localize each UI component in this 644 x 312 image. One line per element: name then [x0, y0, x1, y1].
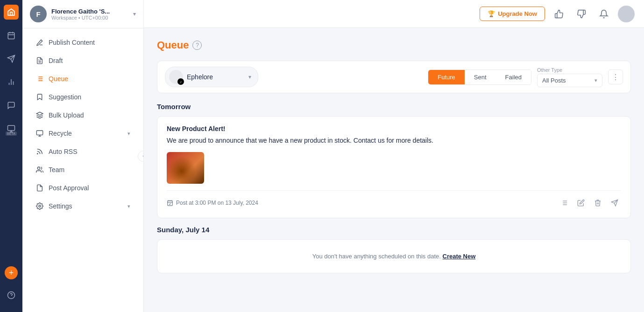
- type-selector[interactable]: All Posts ▾: [537, 74, 602, 87]
- sidebar-item-draft[interactable]: Draft: [26, 52, 140, 69]
- other-type-wrap: Other Type All Posts ▾: [537, 67, 602, 87]
- svg-point-21: [37, 153, 38, 154]
- post-heading: New Product Alert!: [167, 125, 621, 132]
- auto-rss-label: Auto RSS: [49, 148, 77, 155]
- post-approval-icon: [35, 184, 44, 192]
- svg-point-22: [37, 167, 40, 169]
- publish-content-label: Publish Content: [49, 39, 95, 46]
- workspace-selector[interactable]: F Florence Gaitho 'S... Workspace • UTC+…: [22, 0, 143, 28]
- sidebar-item-recycle[interactable]: Recycle ▾: [26, 125, 140, 142]
- post-send-button[interactable]: [608, 196, 621, 209]
- icon-bar: BETA +: [0, 0, 22, 312]
- content-area: Queue ? ♪ Ephelore ▾ Future Sent Failed: [144, 28, 644, 312]
- sidebar-item-post-approval[interactable]: Post Approval: [26, 179, 140, 197]
- sidebar-item-auto-rss[interactable]: Auto RSS: [26, 143, 140, 160]
- calendar-check-icon: [167, 200, 173, 206]
- post-approval-label: Post Approval: [49, 184, 89, 192]
- future-tab[interactable]: Future: [428, 70, 465, 84]
- suggestion-label: Suggestion: [49, 93, 81, 101]
- recycle-icon: [35, 129, 44, 138]
- settings-chevron-icon: ▾: [127, 203, 130, 209]
- upgrade-button[interactable]: 🏆 Upgrade Now: [480, 7, 545, 21]
- workspace-chevron-icon: ▾: [133, 11, 136, 17]
- topbar: 🏆 Upgrade Now: [144, 0, 644, 28]
- sidebar-item-bulk-upload[interactable]: Bulk Upload: [26, 106, 140, 124]
- thumbs-down-icon[interactable]: [573, 6, 590, 22]
- post-schedule-time: Post at 3:00 PM on 13 July, 2024: [167, 200, 258, 206]
- sent-tab[interactable]: Sent: [465, 70, 496, 84]
- failed-tab[interactable]: Failed: [496, 70, 531, 84]
- svg-rect-0: [8, 33, 14, 39]
- account-selector[interactable]: ♪ Ephelore ▾: [165, 67, 258, 87]
- other-type-label: Other Type: [537, 67, 602, 73]
- create-new-link[interactable]: Create New: [443, 253, 476, 260]
- post-body: We are proud to announce that we have a …: [167, 135, 621, 146]
- queue-label: Queue: [49, 75, 68, 83]
- thumbs-up-icon[interactable]: [551, 6, 567, 22]
- upgrade-icon: 🏆: [488, 10, 495, 17]
- sunday-section-label: Sunday, July 14: [157, 226, 631, 234]
- analytics-icon[interactable]: [4, 75, 19, 90]
- account-name: Ephelore: [187, 73, 245, 81]
- chat-icon[interactable]: [4, 98, 19, 113]
- sidebar-item-team[interactable]: Team: [26, 161, 140, 179]
- bulk-upload-icon: [35, 111, 44, 119]
- sidebar-item-settings[interactable]: Settings ▾: [26, 197, 140, 215]
- schedule-time-text: Post at 3:00 PM on 13 July, 2024: [176, 200, 258, 206]
- svg-point-23: [39, 205, 41, 207]
- draft-icon: [35, 56, 44, 65]
- sidebar-item-publish-content[interactable]: Publish Content: [26, 34, 140, 51]
- post-edit-button[interactable]: [574, 196, 587, 209]
- team-label: Team: [49, 166, 64, 173]
- filter-bar: ♪ Ephelore ▾ Future Sent Failed Other Ty…: [157, 61, 631, 93]
- post-image: [167, 152, 204, 184]
- account-avatar-wrap: ♪: [169, 70, 183, 84]
- queue-icon: [35, 75, 44, 83]
- page-title: Queue: [157, 39, 189, 51]
- more-options-button[interactable]: ⋮: [608, 69, 623, 84]
- team-icon: [35, 166, 44, 174]
- svg-rect-24: [168, 201, 173, 206]
- account-selector-chevron-icon: ▾: [248, 74, 251, 80]
- draft-label: Draft: [49, 57, 63, 64]
- workspace-sub: Workspace • UTC+00:00: [51, 15, 128, 21]
- type-selector-chevron-icon: ▾: [594, 77, 597, 83]
- sidebar-nav: Publish Content Draft Queue Suggestion: [22, 28, 143, 312]
- post-card: New Product Alert! We are proud to annou…: [157, 116, 631, 218]
- main-area: 🏆 Upgrade Now Queue ? ♪: [144, 0, 644, 312]
- send-icon[interactable]: [4, 51, 19, 66]
- beta-badge: BETA: [6, 132, 17, 136]
- tomorrow-section-label: Tomorrow: [157, 103, 631, 111]
- post-list-icon[interactable]: [558, 196, 571, 209]
- svg-rect-20: [36, 131, 42, 135]
- user-avatar[interactable]: [618, 6, 635, 22]
- sidebar-item-suggestion[interactable]: Suggestion: [26, 88, 140, 106]
- post-image-inner: [167, 152, 204, 184]
- workspace-info: Florence Gaitho 'S... Workspace • UTC+00…: [51, 8, 128, 21]
- type-selector-value: All Posts: [542, 77, 566, 84]
- post-footer: Post at 3:00 PM on 13 July, 2024: [167, 190, 621, 209]
- notification-icon[interactable]: [595, 6, 612, 22]
- suggestion-icon: [35, 93, 44, 101]
- recycle-label: Recycle: [49, 130, 72, 137]
- settings-label: Settings: [49, 202, 72, 210]
- bulk-upload-label: Bulk Upload: [49, 111, 84, 119]
- upgrade-label: Upgrade Now: [498, 10, 537, 17]
- settings-icon: [35, 202, 44, 210]
- calendar-icon[interactable]: [4, 28, 19, 43]
- help-icon[interactable]: [4, 288, 19, 303]
- page-title-row: Queue ?: [157, 39, 631, 51]
- publish-content-icon: [35, 38, 44, 47]
- workspace-avatar: F: [30, 6, 47, 22]
- tiktok-platform-badge: ♪: [177, 78, 184, 85]
- sidebar: F Florence Gaitho 'S... Workspace • UTC+…: [22, 0, 144, 312]
- workspace-name: Florence Gaitho 'S...: [51, 8, 128, 15]
- svg-rect-9: [8, 125, 15, 131]
- queue-help-icon[interactable]: ?: [192, 41, 202, 50]
- post-delete-button[interactable]: [591, 196, 604, 209]
- home-icon[interactable]: [4, 5, 19, 20]
- empty-section-message: You don't have anything scheduled on thi…: [312, 253, 441, 260]
- sidebar-item-queue[interactable]: Queue: [26, 70, 140, 88]
- add-button[interactable]: +: [5, 266, 18, 279]
- recycle-chevron-icon: ▾: [127, 131, 130, 137]
